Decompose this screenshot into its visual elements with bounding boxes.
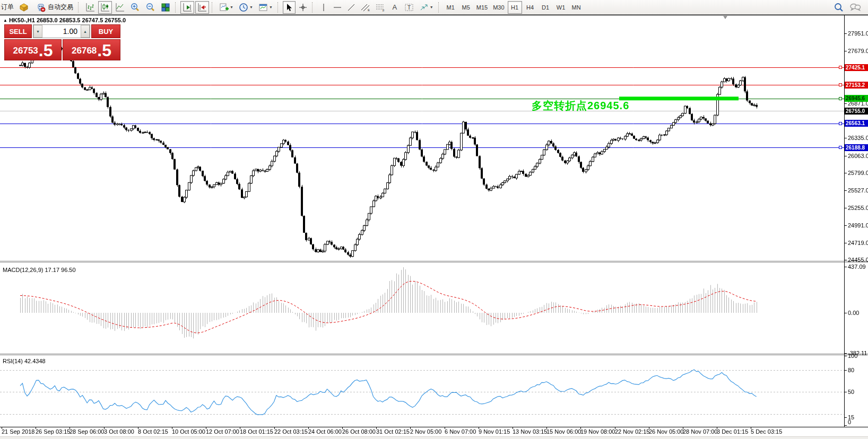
zoom-in-icon [130,2,140,12]
svg-text:T: T [407,5,411,11]
price-tick-label: 24455.0 [848,257,868,263]
clock-icon [239,3,248,12]
symbol-collapse-icon[interactable]: ▲ [3,18,7,23]
package-icon [19,3,29,12]
date-tick-label: 26 Sep 03:15 [36,428,70,435]
date-tick-label: 24 Oct 06:00 [308,428,342,435]
price-tick-label: 26335.0 [848,135,868,141]
tab-timeframe-h4[interactable]: H4 [523,1,537,14]
tab-timeframe-mn[interactable]: MN [569,1,584,14]
tab-timeframe-m1[interactable]: M1 [444,1,458,14]
fibonacci-button[interactable]: F [374,1,387,14]
tab-timeframe-m30[interactable]: M30 [491,1,506,14]
candlestick-chart-icon [100,3,110,12]
price-tick-label: 24991.0 [848,222,868,229]
auto-scroll-icon [183,3,192,12]
macd-indicator-label: MACD(12,26,9) 17.17 96.50 [3,267,76,273]
tab-timeframe-d1[interactable]: D1 [539,1,553,14]
price-tick-label: 27679.0 [848,48,868,54]
text-a-icon: A [392,3,397,11]
volume-decrease-button[interactable]: ▼ [33,25,42,38]
toolbar-separator [438,2,441,13]
bar-chart-button[interactable] [83,1,97,14]
chart-canvas[interactable] [0,15,868,439]
search-button[interactable] [831,1,846,14]
text-label-button[interactable]: T [402,1,416,14]
zoom-out-icon [145,2,155,12]
chevron-down-icon: ▼ [230,5,233,9]
rsi-axis-label: 80 [848,367,854,373]
price-tick-label: 25255.0 [848,205,868,211]
symbol-header: ▲HK50-,H1 26853.0 26853.5 26747.5 26755.… [3,17,126,23]
sell-button[interactable]: SELL [4,24,32,38]
svg-text:F: F [383,8,385,12]
zoom-out-button[interactable] [143,1,158,14]
date-tick-label: 2 Nov 05:00 [410,428,441,435]
orders-button[interactable]: 订单 [0,1,16,14]
buy-price-button[interactable]: 26768.5 [63,39,120,60]
toolbar-separator [78,2,81,13]
chevron-down-icon: ▼ [430,5,433,9]
tab-timeframe-w1[interactable]: W1 [554,1,568,14]
tab-timeframe-m5[interactable]: M5 [459,1,473,14]
tile-windows-icon [161,3,170,12]
buy-price-main: 26768 [72,43,97,59]
periods-button[interactable]: ▼ [237,1,255,14]
chart-shift-button[interactable] [195,1,209,14]
mt4-window: 订单 自动交易 [0,0,868,439]
text-button[interactable]: A [388,1,401,14]
date-tick-label: 26 Nov 05:00 [649,428,683,435]
status-strip [0,436,868,439]
price-line-tag: 26755.0 [845,108,868,115]
chat-button[interactable] [847,1,863,14]
indicators-button[interactable]: ▼ [217,1,236,14]
vertical-line-button[interactable] [317,1,330,14]
autotrading-icon [36,3,46,12]
price-line-tag: 26563.1 [845,120,868,127]
date-tick-label: 10 Oct 05:00 [172,428,205,435]
rsi-axis-label: 100 [848,353,857,359]
horizontal-line-button[interactable] [331,1,344,14]
trendline-button[interactable] [345,1,358,14]
price-line-tag: 26945.6 [845,95,868,102]
volume-increase-button[interactable]: ▲ [81,25,90,38]
candlestick-chart-button[interactable] [98,1,112,14]
date-tick-label: 22 Oct 03:15 [274,428,308,435]
volume-input[interactable] [42,25,81,38]
shapes-button[interactable]: ▼ [417,1,436,14]
toolbar-separator [175,2,178,13]
channel-button[interactable]: E [359,1,372,14]
tab-timeframe-h1[interactable]: H1 [508,1,522,14]
autotrading-button[interactable]: 自动交易 [32,1,75,14]
price-line-tag: 27153.2 [845,82,868,89]
templates-icon [258,3,268,12]
sell-price-button[interactable]: 26753.5 [4,39,62,60]
date-tick-label: 8 Oct 02:15 [138,428,168,435]
price-tick-label: 25799.0 [848,170,868,176]
zoom-in-button[interactable] [128,1,142,14]
crosshair-icon [299,3,307,12]
tile-windows-button[interactable] [159,1,172,14]
date-tick-label: 18 Oct 01:15 [240,428,273,435]
date-tick-label: 19 Nov 08:00 [580,428,615,435]
toolbar-separator [312,2,315,13]
trendline-icon [347,3,355,12]
crosshair-button[interactable] [297,1,309,14]
toolbar: 订单 自动交易 [0,0,868,15]
rsi-axis-label: 50 [848,389,854,395]
cursor-button[interactable] [283,1,296,14]
date-tick-label: 6 Nov 07:00 [445,428,476,435]
pivot-annotation-text[interactable]: 多空转折点26945.6 [532,99,629,113]
templates-button[interactable]: ▼ [256,1,275,14]
indicators-icon [219,3,229,12]
date-tick-label: 13 Nov 03:15 [513,428,547,435]
date-tick-label: 28 Nov 07:00 [683,428,717,435]
buy-button[interactable]: BUY [91,24,120,38]
package-button[interactable] [17,1,31,14]
line-chart-button[interactable] [113,1,127,14]
chevron-down-icon: ▼ [249,5,253,9]
macd-axis-label: 0.00 [848,310,859,316]
tab-timeframe-m15[interactable]: M15 [474,1,490,14]
cursor-icon [285,3,293,12]
auto-scroll-button[interactable] [180,1,194,14]
